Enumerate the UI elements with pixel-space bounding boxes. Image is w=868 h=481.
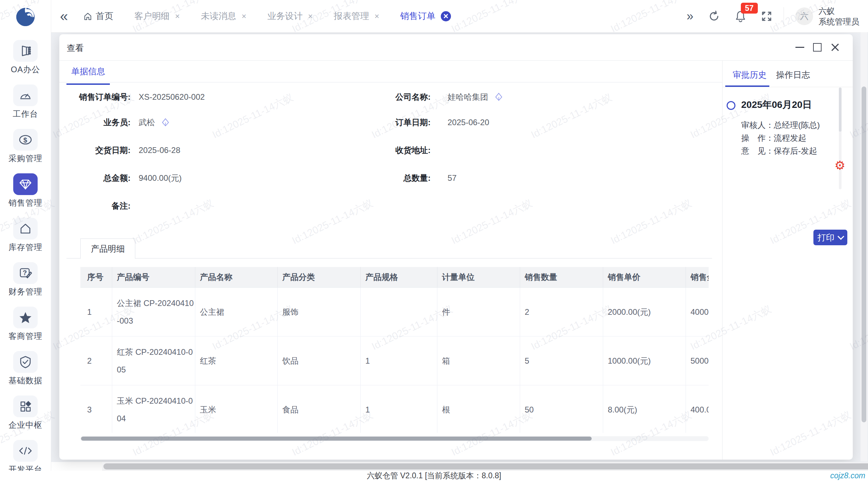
field-order-no: 销售订单编号: XS-20250620-002 [78,91,378,104]
sidebar-item-workbench[interactable]: 工作台 [0,84,51,118]
cell-amount: 5000 [686,336,709,385]
top-marker-icon[interactable] [495,93,502,101]
sidebar-item-devplatform[interactable]: 开发平台 [0,440,51,474]
top-marker-icon[interactable] [162,118,169,127]
content-area: 查看 单据信息 销售订单编号: XS-20250620-002 [51,32,868,462]
page-horizontal-scrollbar [102,462,868,471]
expand-tabs-icon[interactable]: » [687,10,693,22]
field-value: 2025-06-28 [139,144,180,158]
field-label: 业务员: [78,116,131,130]
col-header-unit: 计量单位 [437,267,520,288]
col-header-category: 产品分类 [277,267,360,288]
cell-qty: 2 [520,288,603,336]
close-tab-icon[interactable]: × [241,12,246,21]
collapse-sidebar-icon[interactable]: « [60,9,68,23]
col-header-amount: 销售金额 [686,267,709,288]
sidebar-item-oa[interactable]: OA办公 [0,40,51,74]
field-label: 订单日期: [378,116,431,130]
table-row: 3 玉米 CP-20240410-004 玉米 食品 1 根 50 8.00(元… [80,385,709,433]
sidebar-item-purchase[interactable]: $ 采购管理 [0,129,51,163]
modules-icon [19,400,32,413]
sidebar-item-finance[interactable]: ? 财务管理 [0,262,51,296]
user-name: 六蚁 系统管理员 [818,6,859,27]
minimize-icon[interactable] [795,47,804,48]
tab-business-design[interactable]: 业务设计 × [267,10,313,22]
tab-unread-messages[interactable]: 未读消息 × [201,10,246,22]
footer-site-link[interactable]: cojz8.com [830,471,865,480]
cell-seq: 1 [80,288,112,336]
scrollbar-thumb[interactable] [862,86,866,422]
code-icon [18,444,33,458]
close-tab-icon[interactable]: × [308,12,313,21]
tab-label: 销售订单 [400,10,435,22]
cell-qty: 50 [520,385,603,433]
close-tab-icon[interactable] [441,11,451,21]
field-label: 总金额: [78,172,131,186]
approval-reviewer: 审核人：总经理(陈总) [741,119,820,132]
footer: 六蚁仓管 V2.0.1 [当前系统版本：8.0.8] cojz8.com [0,471,868,481]
field-company-name: 公司名称: 娃哈哈集团 [378,91,712,104]
sidebar-item-label: OA办公 [0,64,51,75]
cell-product-no: 公主裙 CP-20240410-003 [112,288,195,336]
refresh-icon[interactable] [708,11,720,22]
divider [784,7,784,25]
sidebar-item-sales[interactable]: 销售管理 [0,173,51,207]
scrollbar-thumb[interactable] [103,463,868,469]
tab-sales-order[interactable]: 销售订单 [400,10,451,22]
tab-label: 业务设计 [267,10,302,22]
close-tab-icon[interactable]: × [374,12,379,21]
cell-category: 食品 [277,385,360,433]
svg-text:$: $ [23,136,27,144]
info-tab-row: 单据信息 [59,60,722,82]
scrollbar-thumb[interactable] [81,437,592,441]
panel-scrollbar [839,88,842,189]
cell-price: 2000.00(元) [603,288,686,336]
field-ship-address: 收货地址: [378,144,712,158]
app-logo-icon [15,7,36,27]
sidebar-item-label: 库存管理 [0,242,51,253]
cell-amount: 400.0 [686,385,709,433]
field-label: 总数量: [378,172,431,186]
close-tab-icon[interactable]: × [175,12,180,21]
dollar-icon: $ [18,133,33,147]
field-value: 9400.00(元) [139,172,182,186]
view-dialog: 查看 单据信息 销售订单编号: XS-20250620-002 [59,34,853,460]
sidebar-item-inventory[interactable]: 库存管理 [0,218,51,252]
sidebar-item-basedata[interactable]: 基础数据 [0,351,51,385]
field-order-date: 订单日期: 2025-06-20 [378,116,712,130]
approval-details: 审核人：总经理(陈总) 操 作：流程发起 意 见：保存后-发起 [741,119,820,157]
home-icon [83,12,92,21]
tab-customer-detail[interactable]: 客户明细 × [134,10,180,22]
note-pencil-icon: ? [18,266,33,280]
cell-price: 8.00(元) [603,385,686,433]
close-icon[interactable] [830,43,840,52]
field-value: 武松 [139,116,155,129]
tab-operation-log[interactable]: 操作日志 [776,69,810,80]
print-button[interactable]: 打印 [813,230,847,245]
settings-gear-icon[interactable]: ⚙ [834,159,845,172]
chevron-down-icon [837,233,844,240]
tab-label: 客户明细 [134,10,170,22]
sidebar-item-enterprise[interactable]: 企业中枢 [0,396,51,429]
field-value: 57 [448,172,457,186]
user-avatar[interactable]: 六 [795,7,813,25]
tab-report-management[interactable]: 报表管理 × [334,10,379,22]
field-label: 交货日期: [78,144,131,158]
tab-approval-history[interactable]: 审批历史 [733,69,767,80]
scrollbar-thumb[interactable] [839,88,842,132]
sidebar-nav: OA办公 工作台 $ 采购管理 销售管理 库存管理 [0,40,51,481]
dialog-header: 查看 [59,34,853,61]
main-area: « 首页 客户明细 × 未读消息 × 业务设计 × 报表管理 [51,0,868,481]
tab-product-detail[interactable]: 产品明细 [80,238,135,259]
fullscreen-icon[interactable] [761,11,772,22]
maximize-icon[interactable] [813,43,822,52]
sidebar-item-partners[interactable]: 客商管理 [0,307,51,341]
sidebar-item-label: 销售管理 [0,197,51,208]
col-header-seq: 序号 [80,267,112,288]
sidebar-item-label: 采购管理 [0,153,51,164]
col-header-qty: 销售数量 [520,267,603,288]
notifications-bell-icon[interactable]: 57 [735,10,746,22]
tab-home[interactable]: 首页 [83,10,113,22]
field-label: 收货地址: [378,144,431,158]
tab-document-info[interactable]: 单据信息 [66,66,110,85]
